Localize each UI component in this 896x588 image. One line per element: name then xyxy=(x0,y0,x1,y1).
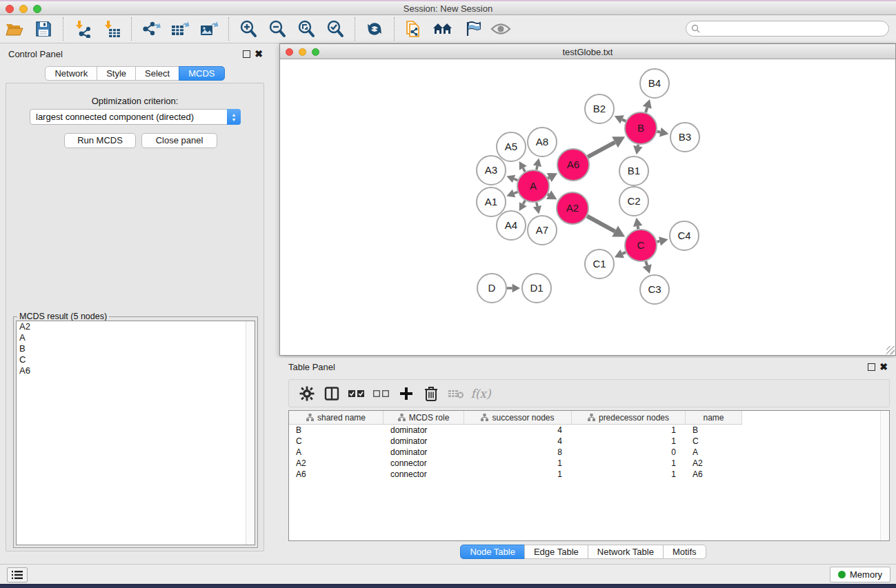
export-table-icon[interactable] xyxy=(168,17,192,41)
table-cell[interactable]: 1 xyxy=(572,458,686,469)
tab-select[interactable]: Select xyxy=(135,66,179,81)
save-session-icon[interactable] xyxy=(32,17,55,41)
mcds-result-item[interactable]: A2 xyxy=(17,321,255,332)
column-header-name[interactable]: name xyxy=(686,411,742,425)
show-eye-icon[interactable] xyxy=(489,17,512,41)
graph-edge-A-A7[interactable] xyxy=(537,203,537,207)
table-cell[interactable]: A6 xyxy=(686,469,742,480)
table-cell[interactable]: B xyxy=(289,425,384,436)
graph-edge-A-A2[interactable] xyxy=(548,194,549,195)
apply-function-icon[interactable]: f(x) xyxy=(470,383,491,404)
graph-edge-A-A6[interactable] xyxy=(548,178,549,179)
column-header-MCDS-role[interactable]: MCDS role xyxy=(384,411,464,425)
home-view-icon[interactable] xyxy=(431,17,455,41)
table-cell[interactable]: A2 xyxy=(289,458,384,469)
table-cell[interactable]: A2 xyxy=(686,458,742,469)
float-panel-icon[interactable] xyxy=(243,50,250,58)
deselect-all-columns-icon[interactable] xyxy=(371,383,392,404)
window-resize-grip[interactable] xyxy=(886,346,895,354)
table-cell[interactable]: A xyxy=(289,447,384,458)
zoom-out-icon[interactable] xyxy=(266,17,289,41)
column-header-predecessor-nodes[interactable]: predecessor nodes xyxy=(572,411,686,425)
table-cell[interactable]: dominator xyxy=(384,447,464,458)
search-box[interactable] xyxy=(686,21,889,37)
refresh-icon[interactable] xyxy=(363,17,386,41)
import-network-icon[interactable] xyxy=(71,17,94,41)
add-column-icon[interactable] xyxy=(396,383,417,404)
tab-network-table[interactable]: Network Table xyxy=(588,545,664,559)
table-cell[interactable]: A6 xyxy=(289,469,384,480)
result-list-scrollbar[interactable] xyxy=(246,321,255,545)
mcds-result-list[interactable]: A2ABCA6 xyxy=(16,321,255,545)
graph-edge-A6-B[interactable] xyxy=(588,142,615,156)
table-cell[interactable]: 1 xyxy=(464,469,572,480)
mcds-result-item[interactable]: A xyxy=(17,332,255,343)
node-table[interactable]: shared nameMCDS rolesuccessor nodesprede… xyxy=(288,410,890,541)
table-row[interactable]: Adominator80A xyxy=(289,447,889,458)
show-columns-icon[interactable] xyxy=(321,383,342,404)
table-cell[interactable]: connector xyxy=(384,458,464,469)
search-input[interactable] xyxy=(703,24,888,34)
export-image-icon[interactable] xyxy=(197,17,221,41)
table-row[interactable]: A6connector11A6 xyxy=(289,469,889,480)
table-row[interactable]: A2connector11A2 xyxy=(289,458,889,469)
table-settings-icon[interactable] xyxy=(297,383,317,404)
close-panel-button[interactable]: Close panel xyxy=(141,133,217,148)
tab-mcds[interactable]: MCDS xyxy=(179,66,224,81)
graph-edge-C-C3[interactable] xyxy=(646,261,647,265)
graph-edge-A-A5[interactable] xyxy=(523,168,525,172)
import-table-icon[interactable] xyxy=(100,17,123,41)
select-all-columns-icon[interactable] xyxy=(346,383,367,404)
table-row[interactable]: Bdominator41B xyxy=(289,425,889,436)
network-canvas[interactable]: AA1A2A3A4A5A6A7A8BB1B2B3B4CC1C2C3C4DD1 xyxy=(281,60,895,354)
graph-edge-A-A8[interactable] xyxy=(537,166,537,170)
table-float-panel-icon[interactable] xyxy=(868,363,875,371)
mcds-result-item[interactable]: B xyxy=(17,343,255,354)
graph-edge-B-B3[interactable] xyxy=(657,132,661,132)
graph-edge-A-A3[interactable] xyxy=(514,179,517,180)
table-cell[interactable]: 1 xyxy=(572,436,686,447)
graph-edge-B-B4[interactable] xyxy=(646,108,647,112)
tab-network[interactable]: Network xyxy=(45,66,97,81)
network-window-titlebar[interactable]: testGlobe.txt xyxy=(280,44,895,59)
hide-flag-icon[interactable] xyxy=(460,17,484,41)
table-cell[interactable]: 0 xyxy=(572,447,686,458)
graph-edge-C-C2[interactable] xyxy=(638,226,639,229)
clone-network-icon[interactable] xyxy=(402,17,426,41)
table-cell[interactable]: dominator xyxy=(384,425,464,436)
mcds-result-item[interactable]: A6 xyxy=(17,365,255,376)
graph-edge-C-C4[interactable] xyxy=(657,241,659,242)
memory-button[interactable]: Memory xyxy=(830,567,890,582)
table-scrollbar[interactable] xyxy=(880,411,889,540)
graph-edge-A2-C[interactable] xyxy=(587,216,615,231)
zoom-fit-icon[interactable] xyxy=(295,17,318,41)
table-row[interactable]: Cdominator41C xyxy=(289,436,889,447)
criterion-dropdown[interactable]: largest connected component (directed) ▲… xyxy=(30,109,241,125)
close-panel-icon[interactable]: ✖ xyxy=(255,48,263,59)
table-cell[interactable]: 4 xyxy=(464,436,572,447)
delete-table-icon[interactable] xyxy=(446,383,466,404)
table-cell[interactable]: 4 xyxy=(464,425,572,436)
table-cell[interactable]: C xyxy=(289,436,384,447)
run-mcds-button[interactable]: Run MCDS xyxy=(64,133,136,148)
zoom-selected-icon[interactable] xyxy=(323,17,347,41)
export-network-icon[interactable] xyxy=(139,17,163,41)
mcds-result-item[interactable]: C xyxy=(17,354,255,365)
table-cell[interactable]: 1 xyxy=(464,458,572,469)
column-header-shared-name[interactable]: shared name xyxy=(289,411,384,425)
table-cell[interactable]: 1 xyxy=(572,425,686,436)
delete-column-icon[interactable] xyxy=(421,383,441,404)
open-session-icon[interactable] xyxy=(3,17,26,41)
graph-edge-C-C1[interactable] xyxy=(622,252,626,254)
table-close-panel-icon[interactable]: ✖ xyxy=(879,361,888,372)
table-cell[interactable]: A xyxy=(686,447,742,458)
column-header-successor-nodes[interactable]: successor nodes xyxy=(464,411,572,425)
tab-edge-table[interactable]: Edge Table xyxy=(524,545,588,559)
table-cell[interactable]: 1 xyxy=(572,469,686,480)
task-history-button[interactable] xyxy=(7,567,28,582)
graph-edge-A-A1[interactable] xyxy=(514,192,517,193)
table-cell[interactable]: 8 xyxy=(464,447,572,458)
zoom-in-icon[interactable] xyxy=(237,17,260,41)
tab-motifs[interactable]: Motifs xyxy=(663,545,706,559)
tab-style[interactable]: Style xyxy=(97,66,136,81)
